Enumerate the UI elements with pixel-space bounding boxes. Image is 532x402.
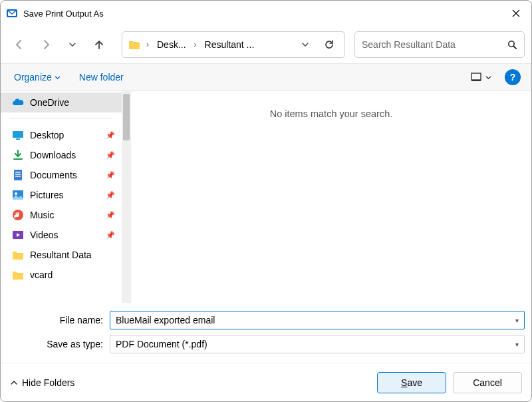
close-button[interactable] [501,1,531,26]
sidebar-item-desktop[interactable]: Desktop 📌 [1,125,122,145]
sidebar-item-onedrive[interactable]: OneDrive [1,93,122,112]
sidebar-item-label: Desktop [30,130,100,140]
breadcrumb-seg-1[interactable]: Desk... [153,37,190,53]
pin-icon: 📌 [106,151,115,160]
body: OneDrive Desktop 📌 Downloads 📌 Documents… [1,91,531,303]
svg-rect-5 [13,131,23,138]
chevron-down-icon[interactable]: ▾ [515,317,519,324]
sidebar-item-resultant-data[interactable]: Resultant Data [1,245,122,265]
filename-input[interactable] [116,315,515,325]
svg-rect-7 [14,170,22,180]
download-icon [11,148,25,162]
app-icon [6,7,18,19]
savetype-label: Save as type: [7,339,110,349]
pin-icon: 📌 [106,231,115,240]
pictures-icon [11,188,25,202]
save-button[interactable]: Save [377,372,446,393]
chevron-right-icon[interactable]: › [192,40,200,49]
sidebar-scrollbar[interactable] [122,91,131,303]
svg-rect-3 [471,73,481,80]
nav-up-button[interactable] [87,33,111,57]
svg-rect-9 [15,174,21,175]
sidebar-item-label: vcard [30,270,115,280]
chevron-down-icon[interactable]: ▾ [515,341,519,348]
cancel-label: Cancel [473,377,502,388]
footer: Hide Folders Save Cancel [1,363,531,401]
search-box[interactable] [354,31,525,58]
folder-icon [11,248,25,262]
hide-folders-button[interactable]: Hide Folders [10,377,74,388]
sidebar-item-downloads[interactable]: Downloads 📌 [1,145,122,165]
filename-field[interactable]: ▾ [110,311,525,329]
save-form: File name: ▾ Save as type: PDF Document … [1,303,531,363]
organize-label: Organize [14,72,52,83]
titlebar: Save Print Output As [1,1,531,26]
pin-icon: 📌 [106,191,115,200]
svg-rect-10 [15,176,21,177]
chevron-up-icon [10,379,18,387]
chevron-right-icon[interactable]: › [144,40,152,49]
scrollbar-thumb[interactable] [123,94,130,140]
filename-label: File name: [7,315,110,325]
sidebar-item-music[interactable]: Music 📌 [1,205,122,225]
pin-icon: 📌 [106,171,115,180]
sidebar-item-label: Music [30,210,100,220]
chevron-down-icon [55,75,61,81]
sidebar-item-label: Documents [30,170,100,180]
sidebar-item-label: OneDrive [30,97,115,108]
savetype-value: PDF Document (*.pdf) [116,339,515,349]
sidebar-item-label: Pictures [30,190,100,200]
help-button[interactable]: ? [505,69,521,85]
folder-icon [11,268,25,282]
folder-icon [128,38,141,51]
pin-icon: 📌 [106,211,115,220]
hide-folders-label: Hide Folders [22,377,74,388]
organize-button[interactable]: Organize [6,68,68,87]
new-folder-label: New folder [79,72,124,83]
sidebar-item-label: Resultant Data [30,250,115,260]
breadcrumb-dropdown-button[interactable] [294,33,317,56]
sidebar-item-label: Downloads [30,150,100,160]
save-label: Save [401,377,422,388]
cancel-button[interactable]: Cancel [453,372,522,393]
desktop-icon [11,128,25,142]
cloud-icon [11,96,25,109]
empty-message: No items match your search. [270,108,393,303]
nav-recent-button[interactable] [61,33,84,57]
chevron-down-icon [485,75,491,81]
nav-row: › Desk... › Resultant ... [1,26,531,63]
new-folder-button[interactable]: New folder [71,68,132,87]
sidebar-item-videos[interactable]: Videos 📌 [1,225,122,245]
videos-icon [11,228,25,242]
breadcrumb-seg-2[interactable]: Resultant ... [201,37,259,53]
svg-rect-4 [471,80,481,81]
search-input[interactable] [362,39,507,50]
svg-rect-8 [15,172,21,173]
breadcrumb[interactable]: › Desk... › Resultant ... [122,31,345,58]
sidebar-item-documents[interactable]: Documents 📌 [1,165,122,185]
sidebar-item-label: Videos [30,230,100,240]
svg-point-12 [15,192,17,195]
document-icon [11,168,25,182]
nav-forward-button[interactable] [34,33,58,57]
sidebar-divider [10,118,112,118]
music-icon [11,208,25,222]
sidebar: OneDrive Desktop 📌 Downloads 📌 Documents… [1,91,122,303]
sidebar-item-pictures[interactable]: Pictures 📌 [1,185,122,205]
content-pane: No items match your search. [131,91,531,303]
savetype-field[interactable]: PDF Document (*.pdf) ▾ [110,335,525,353]
view-button[interactable] [465,67,497,88]
window-title: Save Print Output As [23,9,501,19]
refresh-button[interactable] [318,33,340,56]
sidebar-item-vcard[interactable]: vcard [1,265,122,285]
svg-rect-6 [16,138,20,140]
search-icon[interactable] [507,40,517,50]
toolbar: Organize New folder ? [1,63,531,91]
pin-icon: 📌 [106,131,115,140]
nav-back-button[interactable] [7,33,31,57]
